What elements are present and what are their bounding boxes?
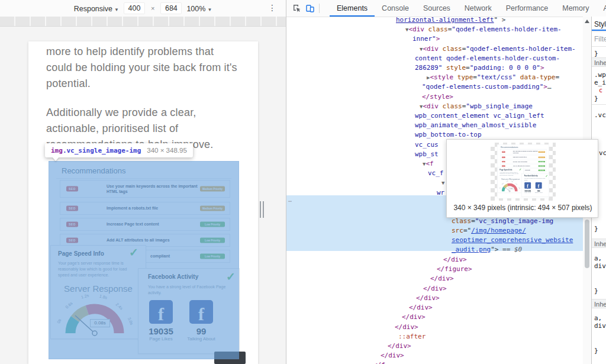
facebook-activity-card: Facebook Activity✓You have a strong leve… xyxy=(521,173,549,197)
toggle-device-toolbar-icon[interactable] xyxy=(304,2,317,15)
code-line[interactable]: 286289" style="padding: 0 0 0 0"> xyxy=(415,63,544,73)
code-line[interactable]: </figure> xyxy=(437,265,472,274)
tooltip-dimensions: 340 × 348.95 xyxy=(147,147,186,154)
divider xyxy=(592,46,606,47)
code-line[interactable]: "qodef-elements-custom-padding">… xyxy=(422,82,552,92)
css-rule-text[interactable]: } xyxy=(594,50,598,57)
gauge-tick-label: 0s xyxy=(499,187,501,189)
scrollbar-up-arrow-icon[interactable] xyxy=(585,20,589,23)
css-rule-text[interactable]: div xyxy=(594,322,606,330)
code-line[interactable]: </div> xyxy=(416,294,440,303)
css-rule-text[interactable]: .wp xyxy=(594,71,606,79)
tab-performance[interactable]: Performance xyxy=(499,0,556,17)
code-line[interactable]: seoptimer_comprehensive_website xyxy=(452,236,573,245)
code-line[interactable]: ▶<style type="text/css" data-type= xyxy=(427,73,559,82)
code-line[interactable]: src="/img/homepage/ xyxy=(452,226,526,236)
code-line[interactable]: wpb_bottom-to-top xyxy=(415,130,482,140)
code-line[interactable]: </f xyxy=(373,360,385,364)
overflow-ellipsis[interactable]: … xyxy=(288,197,292,203)
device-type-label: Responsive xyxy=(74,5,112,13)
css-rule-text[interactable]: a, xyxy=(594,255,602,262)
code-line[interactable]: ::after xyxy=(398,332,426,342)
zoom-select[interactable]: 100%▼ xyxy=(186,4,212,13)
recommendation-text: Add ALT attributes to all images xyxy=(513,165,530,166)
device-toolbar-menu-icon[interactable]: ⋮ xyxy=(268,3,276,12)
code-line[interactable]: class="vc_single_image-img xyxy=(452,217,553,226)
css-rule-text[interactable]: } xyxy=(594,95,598,102)
viewport-height-input[interactable]: 684 xyxy=(160,2,182,14)
css-rule-text[interactable]: } xyxy=(594,287,598,295)
check-icon: ✓ xyxy=(519,167,521,171)
viewport-page: more to help identify problems thatcould… xyxy=(28,41,258,364)
tab-console[interactable]: Console xyxy=(375,0,416,17)
code-line[interactable]: </div> xyxy=(409,303,433,313)
styles-section-header: Inherited fro xyxy=(592,239,606,248)
code-line[interactable]: </div> xyxy=(388,342,411,351)
styles-section-header: Inherited fro xyxy=(592,57,606,67)
inspected-image: RecommendationsSEOUse your main keywords… xyxy=(49,161,239,359)
css-rule-text[interactable]: e_i xyxy=(594,79,606,86)
tab-sources[interactable]: Sources xyxy=(416,0,457,17)
seo-badge: SEO xyxy=(502,165,505,166)
tooltip-selector: img.vc_single_image-img xyxy=(51,147,141,154)
code-line[interactable]: </div> xyxy=(402,313,426,322)
tab-elements[interactable]: Elements xyxy=(330,0,375,17)
viewport-resize-handle[interactable] xyxy=(260,201,265,218)
code-line[interactable]: </div> xyxy=(430,274,454,284)
code-line[interactable]: content qodef-elements-holder-custom- xyxy=(415,54,560,63)
code-line[interactable]: wpb_st xyxy=(415,150,439,159)
tab-memory[interactable]: Memory xyxy=(555,0,596,17)
code-line[interactable]: vc_f xyxy=(428,169,444,178)
code-line[interactable]: </div> xyxy=(381,351,404,360)
code-line[interactable]: vc_cus xyxy=(415,140,439,150)
code-line[interactable]: inner"> xyxy=(412,34,440,44)
code-line[interactable]: wpb_animate_when_almost_visible xyxy=(415,121,536,130)
code-line[interactable]: </style> xyxy=(422,92,453,102)
scrollbar-thumb[interactable] xyxy=(585,220,589,268)
code-line[interactable]: horizontal-alignment-left" > xyxy=(396,17,505,25)
recommendation-text: Implement a robots.txt file xyxy=(513,157,527,158)
recommendation-row: SEOIncrease Page text contentLow Priorit… xyxy=(500,160,546,163)
code-line[interactable]: ▼<div class="qodef-elements-holder-item- xyxy=(420,44,576,54)
code-line[interactable]: ▼ xyxy=(441,178,444,188)
recommendation-row: SEOImplement a robots.txt fileMedium Pri… xyxy=(500,156,546,159)
facebook-icon: f xyxy=(524,182,531,189)
code-line[interactable]: wr xyxy=(437,188,444,198)
tab-network[interactable]: Network xyxy=(457,0,499,17)
code-line[interactable]: </div> xyxy=(423,284,447,294)
css-property[interactable]: c xyxy=(599,87,602,94)
code-line[interactable]: </div> xyxy=(443,255,467,265)
code-line[interactable]: </div> xyxy=(395,323,418,332)
devtools-tabbar: ElementsConsoleSourcesNetworkPerformance… xyxy=(286,0,606,17)
code-line[interactable]: wpb_content_element vc_align_left xyxy=(415,111,544,121)
transparency-checkerboard: RecommendationsSEOUse your main keywords… xyxy=(491,143,556,201)
styles-filter-input[interactable]: Filter xyxy=(594,35,606,43)
css-rule-text[interactable]: div xyxy=(594,262,606,270)
code-line[interactable]: ▼<div class="wpb_single_image xyxy=(420,102,533,111)
device-type-select[interactable]: Responsive▼ xyxy=(74,4,119,13)
devtools-pane: ElementsConsoleSourcesNetworkPerformance… xyxy=(286,0,606,364)
css-rule-text[interactable]: a, xyxy=(594,314,602,322)
audit-header: Recommendations xyxy=(501,146,518,148)
code-line[interactable]: ▼<f xyxy=(423,159,434,169)
image-preview-tooltip: RecommendationsSEOUse your main keywords… xyxy=(446,139,598,218)
css-rule-text[interactable]: .vc xyxy=(594,111,606,119)
divider xyxy=(592,104,606,105)
priority-badge: Low Priority xyxy=(539,165,545,166)
recommendation-row: SEOUse your main keywords across the imp… xyxy=(500,150,546,154)
tab-styles[interactable]: Styles xyxy=(594,20,606,28)
tab-application[interactable]: Application xyxy=(596,0,606,17)
inspect-element-icon[interactable] xyxy=(291,2,304,15)
code-line[interactable]: ▼<div class="qodef-elements-holder-item- xyxy=(405,25,562,34)
css-rule-text[interactable]: vc xyxy=(599,149,606,157)
gauge-tick-label: 3.0s xyxy=(518,187,520,189)
css-rule-text[interactable]: } xyxy=(594,347,598,355)
device-mode-pane: Responsive▼ 400 × 684 100%▼ ⋮ more to he… xyxy=(0,0,286,364)
check-icon: ✓ xyxy=(546,174,548,178)
chevron-down-icon: ▼ xyxy=(207,7,212,12)
code-line[interactable]: _audit.png"> == $0 xyxy=(452,245,522,255)
priority-badge: Low Priority xyxy=(539,170,545,171)
viewport-width-input[interactable]: 400 xyxy=(124,2,145,14)
gauge-tick-label: 1.2s xyxy=(506,181,508,182)
css-rule-text[interactable]: } xyxy=(594,225,598,233)
